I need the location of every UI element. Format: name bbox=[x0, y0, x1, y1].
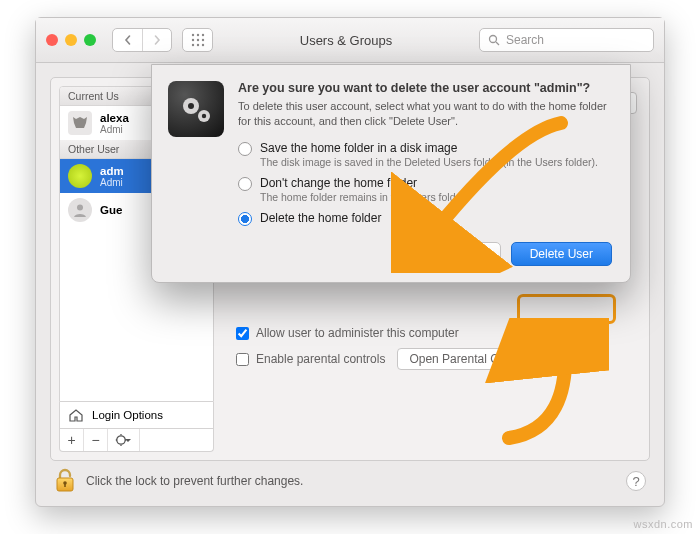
help-button[interactable]: ? bbox=[626, 471, 646, 491]
svg-point-1 bbox=[196, 34, 198, 36]
svg-rect-19 bbox=[64, 483, 66, 487]
radio-desc: The disk image is saved in the Deleted U… bbox=[260, 156, 598, 168]
avatar-tennis-icon bbox=[68, 164, 92, 188]
svg-point-12 bbox=[116, 436, 124, 444]
radio-delete-home-folder[interactable]: Delete the home folder bbox=[238, 211, 612, 226]
radio-label: Don't change the home folder bbox=[260, 176, 467, 190]
show-all-button[interactable] bbox=[182, 28, 213, 52]
radio-icon bbox=[238, 142, 252, 156]
svg-point-8 bbox=[201, 44, 203, 46]
allow-admin-label: Allow user to administer this computer bbox=[256, 326, 459, 340]
user-role: Admi bbox=[100, 124, 129, 135]
svg-point-4 bbox=[196, 39, 198, 41]
user-name: adm bbox=[100, 165, 124, 177]
radio-label: Save the home folder in a disk image bbox=[260, 141, 598, 155]
login-options-label: Login Options bbox=[92, 409, 163, 421]
user-role: Admi bbox=[100, 177, 124, 188]
radio-dont-change[interactable]: Don't change the home folder The home fo… bbox=[238, 176, 612, 203]
enable-parental-label: Enable parental controls bbox=[256, 352, 385, 366]
radio-icon bbox=[238, 177, 252, 191]
svg-point-7 bbox=[196, 44, 198, 46]
svg-point-3 bbox=[191, 39, 193, 41]
enable-parental-checkbox[interactable]: Enable parental controls bbox=[236, 352, 385, 366]
lock-icon[interactable] bbox=[54, 468, 76, 494]
radio-desc: The home folder remains in the Users fol… bbox=[260, 191, 467, 203]
back-button[interactable] bbox=[113, 29, 142, 51]
search-icon bbox=[488, 34, 500, 46]
radio-label: Delete the home folder bbox=[260, 211, 381, 225]
dialog-heading: Are you sure you want to delete the user… bbox=[238, 81, 612, 95]
search-placeholder: Search bbox=[506, 33, 544, 47]
svg-point-2 bbox=[201, 34, 203, 36]
remove-user-button[interactable]: − bbox=[84, 429, 108, 451]
user-list-actions: + − bbox=[59, 429, 214, 452]
window-controls bbox=[46, 34, 96, 46]
open-parental-controls-button[interactable]: Open Parental Controls... bbox=[397, 348, 556, 370]
login-options[interactable]: Login Options bbox=[59, 402, 214, 429]
radio-icon bbox=[238, 212, 252, 226]
lock-text: Click the lock to prevent further change… bbox=[86, 474, 303, 488]
dialog-buttons: Cancel Delete User bbox=[238, 242, 612, 266]
svg-point-9 bbox=[490, 36, 497, 43]
user-name: alexa bbox=[100, 112, 129, 124]
prefs-window: Users & Groups Search Current Us alexa bbox=[35, 17, 665, 507]
search-field[interactable]: Search bbox=[479, 28, 654, 52]
forward-button[interactable] bbox=[142, 29, 171, 51]
lock-row: Click the lock to prevent further change… bbox=[50, 461, 650, 496]
user-name: Gue bbox=[100, 204, 122, 216]
avatar-guest-icon bbox=[68, 198, 92, 222]
dialog-icon bbox=[168, 81, 224, 137]
cancel-button[interactable]: Cancel bbox=[425, 242, 500, 266]
svg-point-11 bbox=[77, 205, 83, 211]
add-user-button[interactable]: + bbox=[60, 429, 84, 451]
nav-back-forward bbox=[112, 28, 172, 52]
action-menu-button[interactable] bbox=[108, 429, 140, 451]
svg-point-23 bbox=[202, 114, 206, 118]
dialog-body: Are you sure you want to delete the user… bbox=[238, 81, 612, 266]
allow-admin-input[interactable] bbox=[236, 327, 249, 340]
delete-user-button[interactable]: Delete User bbox=[511, 242, 612, 266]
delete-user-dialog: Are you sure you want to delete the user… bbox=[151, 64, 631, 283]
svg-line-10 bbox=[496, 42, 499, 45]
dialog-description: To delete this user account, select what… bbox=[238, 99, 612, 129]
svg-point-5 bbox=[201, 39, 203, 41]
house-icon bbox=[68, 407, 84, 423]
allow-admin-checkbox[interactable]: Allow user to administer this computer bbox=[236, 326, 641, 340]
minimize-window-button[interactable] bbox=[65, 34, 77, 46]
svg-point-21 bbox=[188, 103, 194, 109]
svg-point-0 bbox=[191, 34, 193, 36]
close-window-button[interactable] bbox=[46, 34, 58, 46]
svg-point-6 bbox=[191, 44, 193, 46]
avatar-wolf-icon bbox=[68, 111, 92, 135]
watermark: wsxdn.com bbox=[633, 518, 693, 530]
titlebar: Users & Groups Search bbox=[36, 18, 664, 63]
window-title: Users & Groups bbox=[223, 33, 469, 48]
gears-icon bbox=[176, 89, 216, 129]
zoom-window-button[interactable] bbox=[84, 34, 96, 46]
enable-parental-input[interactable] bbox=[236, 353, 249, 366]
radio-save-disk-image[interactable]: Save the home folder in a disk image The… bbox=[238, 141, 612, 168]
